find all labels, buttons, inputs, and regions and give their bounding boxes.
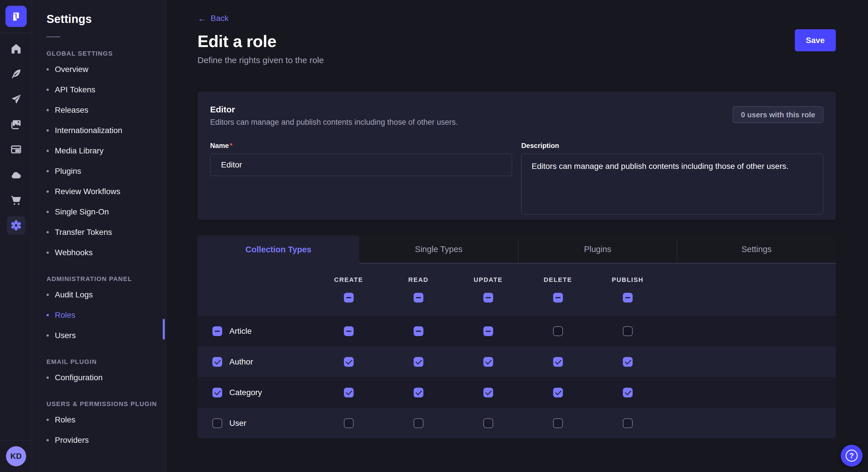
- media-library-icon[interactable]: [0, 112, 32, 137]
- bullet-icon: [46, 334, 49, 337]
- column-publish: PUBLISH: [593, 276, 662, 303]
- strapi-logo-icon[interactable]: [5, 6, 27, 27]
- tab-plugins[interactable]: Plugins: [518, 235, 677, 263]
- author-publish-checkbox[interactable]: [623, 357, 632, 367]
- sidebar-item-plugins[interactable]: Plugins: [46, 161, 166, 181]
- article-read-checkbox[interactable]: [414, 326, 423, 336]
- article-delete-checkbox[interactable]: [553, 326, 563, 336]
- sidebar-item-api-tokens[interactable]: API Tokens: [46, 79, 166, 100]
- table-row-article[interactable]: Article: [197, 316, 836, 346]
- sidebar-item-label: Plugins: [55, 167, 81, 176]
- name-input[interactable]: [210, 154, 512, 176]
- cell-update: [453, 326, 523, 336]
- user-update-checkbox[interactable]: [484, 418, 493, 428]
- author-create-checkbox[interactable]: [344, 357, 353, 367]
- table-row-category[interactable]: Category: [197, 377, 836, 408]
- permissions-table-header: CREATE READ UPDATE DELETE: [197, 264, 836, 316]
- bullet-icon: [46, 68, 49, 71]
- sidebar-item-webhooks[interactable]: Webhooks: [46, 242, 166, 263]
- article-publish-checkbox[interactable]: [623, 326, 632, 336]
- sidebar-item-releases[interactable]: Releases: [46, 100, 166, 120]
- article-row-checkbox[interactable]: [212, 326, 222, 336]
- sidebar-item-roles-active[interactable]: Roles: [46, 305, 166, 325]
- section-email-plugin: EMAIL PLUGIN: [46, 358, 166, 366]
- select-all-update-checkbox[interactable]: [484, 293, 493, 303]
- home-icon[interactable]: [0, 36, 32, 61]
- settings-gear-icon[interactable]: [0, 213, 32, 238]
- tab-single-types[interactable]: Single Types: [360, 235, 518, 263]
- cell-delete: [523, 326, 593, 336]
- cloud-icon[interactable]: [0, 162, 32, 188]
- select-all-publish-checkbox[interactable]: [623, 293, 632, 303]
- sidebar-item-review-workflows[interactable]: Review Workflows: [46, 181, 166, 202]
- select-all-delete-checkbox[interactable]: [553, 293, 563, 303]
- marketplace-cart-icon[interactable]: [0, 188, 32, 213]
- required-asterisk: *: [229, 142, 232, 149]
- sidebar-item-users[interactable]: Users: [46, 325, 166, 345]
- cell-read: [383, 388, 453, 398]
- author-read-checkbox[interactable]: [414, 357, 423, 367]
- table-row-user[interactable]: User: [197, 408, 836, 438]
- paper-plane-icon[interactable]: [0, 87, 32, 112]
- user-row-checkbox[interactable]: [212, 418, 222, 428]
- sidebar-scrollbar-thumb[interactable]: [163, 319, 165, 339]
- app-icon-rail: KD: [0, 0, 32, 472]
- user-delete-checkbox[interactable]: [553, 418, 563, 428]
- sidebar-item-label: Internationalization: [55, 126, 122, 135]
- cell-update: [453, 388, 523, 398]
- column-update: UPDATE: [453, 276, 523, 303]
- tab-collection-types[interactable]: Collection Types: [197, 235, 360, 264]
- sidebar-item-internationalization[interactable]: Internationalization: [46, 120, 166, 140]
- category-read-checkbox[interactable]: [414, 388, 423, 398]
- category-update-checkbox[interactable]: [484, 388, 493, 398]
- row-label: Category: [229, 388, 262, 397]
- user-read-checkbox[interactable]: [414, 418, 423, 428]
- select-all-read-checkbox[interactable]: [414, 293, 423, 303]
- role-form-fields: Name* Description Editors can manage and…: [210, 142, 823, 216]
- sidebar-item-audit-logs[interactable]: Audit Logs: [46, 284, 166, 305]
- cell-publish: [593, 326, 662, 336]
- rail-nav: [0, 33, 32, 238]
- user-avatar[interactable]: KD: [6, 446, 26, 466]
- back-link[interactable]: ← Back: [197, 14, 228, 23]
- sidebar-item-providers[interactable]: Providers: [46, 430, 166, 450]
- category-publish-checkbox[interactable]: [623, 388, 632, 398]
- permissions-tabbar: Collection Types Single Types Plugins Se…: [197, 235, 836, 264]
- logo-cell: [0, 0, 32, 33]
- layout-icon[interactable]: [0, 137, 32, 162]
- author-update-checkbox[interactable]: [484, 357, 493, 367]
- bullet-icon: [46, 89, 49, 91]
- table-row-author[interactable]: Author: [197, 346, 836, 377]
- description-field-group: Description Editors can manage and publi…: [521, 142, 823, 216]
- select-all-create-checkbox[interactable]: [344, 293, 353, 303]
- user-publish-checkbox[interactable]: [623, 418, 632, 428]
- global-settings-list: Overview API Tokens Releases Internation…: [46, 59, 166, 263]
- sidebar-item-configuration[interactable]: Configuration: [46, 367, 166, 388]
- article-update-checkbox[interactable]: [484, 326, 493, 336]
- sidebar-item-transfer-tokens[interactable]: Transfer Tokens: [46, 222, 166, 242]
- sidebar-item-label: Transfer Tokens: [55, 228, 112, 237]
- save-button[interactable]: Save: [795, 29, 836, 51]
- category-create-checkbox[interactable]: [344, 388, 353, 398]
- article-create-checkbox[interactable]: [344, 326, 353, 336]
- category-row-checkbox[interactable]: [212, 388, 222, 398]
- sidebar-item-single-sign-on[interactable]: Single Sign-On: [46, 202, 166, 222]
- bullet-icon: [46, 129, 49, 132]
- author-delete-checkbox[interactable]: [553, 357, 563, 367]
- cell-publish: [593, 418, 662, 428]
- name-field-label: Name*: [210, 142, 512, 150]
- category-delete-checkbox[interactable]: [553, 388, 563, 398]
- sidebar-item-media-library[interactable]: Media Library: [46, 140, 166, 161]
- sidebar-item-overview[interactable]: Overview: [46, 59, 166, 79]
- bullet-icon: [46, 150, 49, 152]
- feather-icon[interactable]: [0, 61, 32, 87]
- sidebar-item-up-roles[interactable]: Roles: [46, 409, 166, 430]
- description-textarea[interactable]: Editors can manage and publish contents …: [521, 154, 823, 214]
- help-button[interactable]: ?: [841, 445, 863, 467]
- permissions-section: Collection Types Single Types Plugins Se…: [197, 235, 836, 438]
- role-name-heading: Editor: [210, 105, 823, 114]
- author-row-checkbox[interactable]: [212, 357, 222, 367]
- cell-create: [314, 326, 383, 336]
- user-create-checkbox[interactable]: [344, 418, 353, 428]
- tab-settings[interactable]: Settings: [677, 235, 836, 263]
